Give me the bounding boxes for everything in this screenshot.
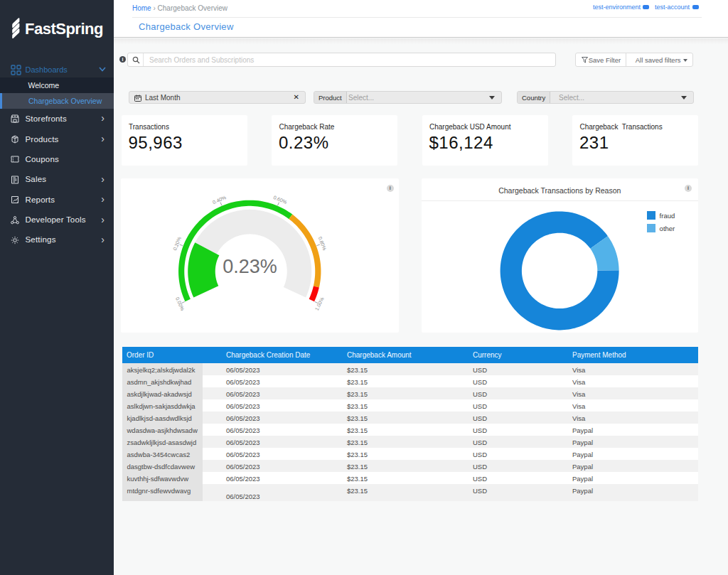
svg-text:0.80%: 0.80% (318, 237, 328, 252)
svg-text:0.00%: 0.00% (175, 296, 186, 311)
svg-text:0.60%: 0.60% (273, 195, 288, 205)
svg-text:0.40%: 0.40% (212, 195, 227, 205)
svg-text:0.23%: 0.23% (223, 256, 278, 277)
svg-text:1.00%: 1.00% (314, 296, 325, 311)
svg-text:0.20%: 0.20% (173, 237, 183, 252)
svg-text:FastSpring: FastSpring (25, 20, 103, 38)
